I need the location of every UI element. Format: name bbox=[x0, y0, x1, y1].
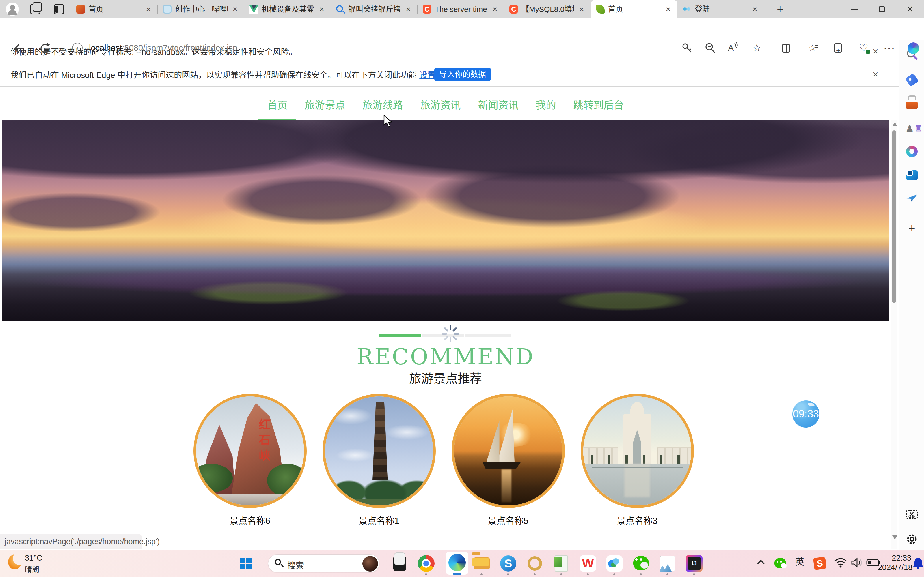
taskbar-app-task-view[interactable] bbox=[390, 554, 409, 573]
tab-home-active[interactable]: 首页 × bbox=[591, 0, 677, 18]
sidebar-add-icon[interactable]: + bbox=[905, 222, 919, 235]
read-aloud-icon[interactable]: A bbox=[727, 42, 740, 55]
nav-item-spots[interactable]: 旅游景点 bbox=[296, 93, 354, 121]
minimize-button[interactable] bbox=[841, 0, 868, 18]
tab-close-icon[interactable]: × bbox=[663, 4, 674, 15]
spot-photo-red-rocks[interactable]: 红石峡 bbox=[194, 394, 307, 508]
back-icon[interactable] bbox=[11, 42, 24, 55]
tab-close-icon[interactable]: × bbox=[230, 4, 240, 15]
taskbar-app-chart-tool[interactable] bbox=[658, 554, 677, 573]
weather-icon[interactable] bbox=[8, 554, 21, 569]
taskbar-app-intellij-idea[interactable]: IJ bbox=[685, 554, 703, 573]
microsoft-365-icon[interactable] bbox=[905, 145, 919, 158]
taskbar-app-file-explorer[interactable] bbox=[472, 554, 491, 573]
tab-close-icon[interactable]: × bbox=[750, 4, 760, 15]
toolbox-icon[interactable] bbox=[905, 98, 919, 111]
tab-close-icon[interactable]: × bbox=[143, 4, 153, 15]
drop-icon[interactable] bbox=[905, 191, 919, 204]
split-screen-icon[interactable] bbox=[780, 42, 793, 55]
profile-avatar[interactable] bbox=[6, 3, 19, 16]
spot-card[interactable]: 景点名称5 bbox=[444, 393, 573, 525]
search-highlight-image[interactable] bbox=[362, 556, 378, 572]
spot-card[interactable]: 景点名称1 bbox=[315, 393, 444, 525]
favorites-list-icon[interactable]: ☆ bbox=[806, 42, 819, 55]
tab-machinery[interactable]: 机械设备及其零 × bbox=[244, 0, 331, 18]
scroll-down-arrow[interactable] bbox=[892, 535, 897, 540]
address-bar[interactable]: localhost:8080/jspm7vtqc/front/index.jsp bbox=[89, 43, 237, 53]
taskbar-app-wps[interactable]: W bbox=[579, 554, 597, 573]
tab-garbled[interactable]: 锟叫癸拷锟斤拷 × bbox=[331, 0, 418, 18]
site-info-icon[interactable]: i bbox=[72, 43, 82, 53]
search-favicon bbox=[336, 5, 343, 12]
carousel-indicator-active[interactable] bbox=[380, 334, 421, 337]
tab-home-1[interactable]: 首页 × bbox=[71, 0, 158, 18]
spot-card[interactable]: 红石峡 景点名称6 bbox=[186, 393, 315, 525]
wifi-icon[interactable] bbox=[834, 557, 847, 569]
taskbar-search[interactable]: 搜索 bbox=[268, 554, 380, 572]
settings-gear-icon[interactable] bbox=[905, 533, 919, 546]
ime-indicator[interactable]: 英 bbox=[795, 556, 804, 568]
hero-banner-sunset-sea bbox=[2, 120, 889, 321]
spot-card[interactable]: 景点名称3 bbox=[573, 393, 702, 525]
tray-snip-icon[interactable]: S bbox=[814, 558, 826, 569]
nav-item-travel-news[interactable]: 旅游资讯 bbox=[412, 93, 469, 121]
games-icon[interactable]: ♟♜ bbox=[905, 122, 919, 135]
search-icon bbox=[275, 559, 281, 565]
nav-item-mine[interactable]: 我的 bbox=[527, 93, 565, 121]
screenshot-icon[interactable] bbox=[905, 508, 919, 521]
tab-close-icon[interactable]: × bbox=[403, 4, 414, 15]
taskbar-app-s-browser[interactable]: S bbox=[499, 554, 517, 573]
new-tab-button[interactable]: + bbox=[773, 2, 787, 16]
carousel-indicator[interactable] bbox=[465, 334, 511, 337]
zoom-out-icon[interactable] bbox=[703, 42, 717, 55]
start-button[interactable] bbox=[240, 558, 252, 569]
tray-chevron-icon[interactable] bbox=[758, 561, 764, 566]
tab-close-icon[interactable]: × bbox=[490, 4, 500, 15]
weather-temp[interactable]: 31°C bbox=[25, 554, 42, 562]
tab-server-time[interactable]: C The server time z × bbox=[418, 0, 504, 18]
recording-timer-bubble[interactable]: 09:33 bbox=[792, 400, 819, 427]
spot-photo-sailboat[interactable] bbox=[452, 394, 565, 508]
tray-wechat-icon[interactable] bbox=[774, 558, 786, 568]
maximize-button[interactable] bbox=[869, 0, 896, 18]
outlook-icon[interactable] bbox=[905, 169, 919, 182]
tab-login[interactable]: 登陆 × bbox=[677, 0, 764, 18]
password-key-icon[interactable] bbox=[680, 42, 694, 55]
taskbar-app-cloud-drive[interactable] bbox=[605, 554, 624, 573]
nav-item-news[interactable]: 新闻资讯 bbox=[470, 93, 527, 121]
taskbar-app-edge-active[interactable] bbox=[446, 551, 468, 575]
notification-bell-icon[interactable] bbox=[913, 557, 924, 571]
copilot-icon[interactable] bbox=[907, 42, 920, 55]
close-icon[interactable]: × bbox=[869, 45, 882, 58]
tab-close-icon[interactable]: × bbox=[317, 4, 327, 15]
close-icon[interactable]: × bbox=[869, 68, 882, 81]
scrollbar-thumb[interactable] bbox=[892, 131, 896, 303]
tray-clock[interactable]: 22:33 2024/7/18 bbox=[878, 553, 911, 572]
settings-link[interactable]: 设置 bbox=[419, 71, 435, 80]
volume-icon[interactable] bbox=[850, 557, 863, 569]
taskbar-app-notepad-plus[interactable] bbox=[552, 554, 570, 573]
tab-bilibili[interactable]: 创作中心 - 哔哩哔 × bbox=[158, 0, 244, 18]
scroll-up-arrow[interactable] bbox=[892, 122, 897, 126]
taskbar-app-chrome[interactable] bbox=[417, 554, 435, 573]
browser-essentials-icon[interactable]: ♡ bbox=[857, 42, 870, 55]
taskbar-app-wechat[interactable] bbox=[632, 554, 650, 573]
more-menu-icon[interactable]: ⋯ bbox=[882, 42, 896, 55]
tab-mysql[interactable]: C 【MySQL8.0填坑 × bbox=[504, 0, 591, 18]
tab-close-icon[interactable]: × bbox=[576, 4, 587, 15]
loading-spinner-icon bbox=[439, 323, 461, 345]
weather-condition[interactable]: 晴朗 bbox=[25, 564, 39, 574]
close-button[interactable]: × bbox=[896, 0, 923, 18]
add-tab-collection-icon[interactable] bbox=[832, 42, 845, 55]
import-data-button[interactable]: 导入你的数据 bbox=[434, 68, 491, 81]
spot-photo-palace[interactable] bbox=[581, 394, 694, 508]
workspaces-icon[interactable] bbox=[30, 4, 40, 15]
vertical-tabs-icon[interactable] bbox=[54, 4, 64, 15]
taskbar-app-navicat[interactable] bbox=[525, 554, 544, 573]
refresh-icon[interactable] bbox=[39, 42, 52, 55]
shopping-icon[interactable] bbox=[905, 73, 919, 87]
favorite-star-icon[interactable]: ☆ bbox=[750, 42, 764, 55]
nav-item-home[interactable]: 首页 bbox=[258, 93, 296, 121]
nav-item-backend[interactable]: 跳转到后台 bbox=[565, 93, 633, 121]
spot-photo-totem[interactable] bbox=[323, 394, 436, 508]
